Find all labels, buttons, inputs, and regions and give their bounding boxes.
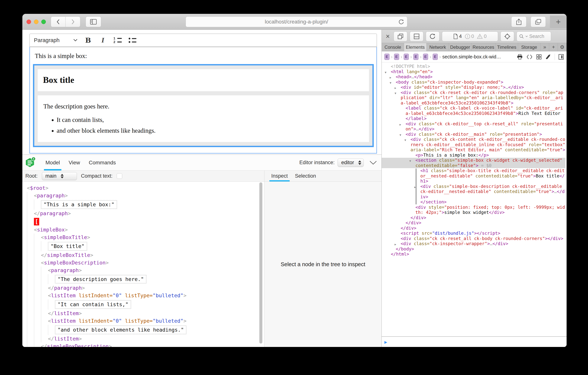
model-tree-line[interactable]: </simpleBoxDescription> (22, 342, 259, 347)
compact-text-checkbox[interactable] (117, 173, 122, 179)
console-prompt[interactable]: ▸ (382, 336, 567, 347)
italic-button[interactable]: I (99, 36, 107, 45)
inspector-side-tab-selection[interactable]: Selection (292, 171, 319, 181)
dom-tree-line[interactable]: </section> (382, 199, 566, 205)
model-tree-scrollbar[interactable] (259, 182, 262, 343)
numbered-list-button[interactable]: 1 2 (114, 36, 122, 45)
add-tab-button[interactable]: + (549, 43, 558, 51)
breadcrumb-element-badge[interactable]: E (404, 54, 409, 60)
simple-box-title-field[interactable]: Box title (38, 69, 369, 91)
model-tree-line[interactable]: </paragraph> (22, 284, 259, 292)
model-text-node[interactable]: "It can contain lists," (55, 300, 131, 309)
address-bar[interactable]: localhost/creating-a-plugin/ (186, 16, 407, 27)
dom-tree-line[interactable]: ▶<div id="editor" style="display: none;"… (382, 85, 566, 90)
model-tree-line[interactable]: </simpleBoxTitle> (22, 251, 259, 259)
model-tree-line[interactable]: <$root> (22, 184, 259, 192)
dom-tree-line[interactable]: ▼<div class="ck ck-content ck-editor__ed… (382, 137, 566, 153)
dom-tree-line[interactable]: ▼<body class="ck-inspector-body-expanded… (382, 80, 566, 85)
inspector-tab-model[interactable]: Model (43, 155, 63, 170)
dom-tree-line[interactable]: <p>This is a simple box:</p> (382, 153, 566, 158)
collapsed-arrow-icon[interactable]: ▶ (414, 185, 416, 190)
model-tree-line[interactable]: "It can contain lists," (22, 299, 259, 309)
sidebar-toggle-button[interactable] (86, 16, 101, 27)
dom-tree-line[interactable]: <label class="ck ck-label ck-voice-label… (382, 106, 566, 121)
expanded-arrow-icon[interactable]: ▼ (409, 158, 411, 164)
model-tree-line[interactable]: "and other block elements like headings.… (22, 325, 259, 335)
inspector-tab-view[interactable]: View (66, 155, 83, 170)
editor-editable-area[interactable]: This is a simple box: Box title The desc… (29, 47, 377, 154)
devtools-settings-button[interactable]: ⚙ (558, 43, 567, 51)
dom-tree-line[interactable]: ▼<html lang="en"> (382, 69, 566, 75)
dom-tree-line[interactable]: <div class="ck ck-reset_all ck-body ck-r… (382, 236, 566, 241)
details-sidebar-toggle-icon[interactable] (558, 54, 564, 60)
devtools-reload-button[interactable] (426, 32, 440, 41)
dom-tree-line[interactable]: ▶<div class="ck-inspector-wrapper">…</di… (382, 241, 566, 246)
editor-paragraph[interactable]: This is a simple box: (35, 53, 371, 60)
box-description-list-item[interactable]: It can contain lists, (57, 116, 363, 124)
close-window-button[interactable] (27, 20, 31, 24)
zoom-window-button[interactable] (41, 20, 46, 24)
back-button[interactable] (51, 16, 65, 27)
devtools-tab-console[interactable]: Console (382, 43, 404, 51)
bulleted-list-button[interactable] (128, 36, 136, 45)
model-tree-line[interactable]: <listItem listIndent="0" listType="bulle… (22, 317, 259, 325)
box-description-list-item[interactable]: and other block elements like headings. (57, 126, 363, 135)
dom-tree-line[interactable]: ▶<div class="simple-box-description ck-e… (382, 184, 566, 200)
model-tree-line[interactable]: <listItem listIndent="0" listType="bulle… (22, 292, 259, 299)
model-tree-line[interactable]: "The description goes here." (22, 274, 259, 284)
expanded-arrow-icon[interactable]: ▼ (404, 138, 406, 143)
inspector-side-tab-inspect[interactable]: Inspect (269, 171, 290, 181)
devtools-tab-elements[interactable]: Elements (404, 43, 426, 51)
share-button[interactable] (511, 16, 526, 27)
root-select[interactable]: main (42, 172, 77, 180)
devtools-search-field[interactable]: Search (517, 32, 551, 41)
bold-button[interactable]: B (84, 36, 92, 45)
dom-tree-line[interactable]: ▶<head>…</head> (382, 74, 566, 80)
breadcrumb-element-badge[interactable]: E (384, 54, 389, 60)
model-text-node[interactable]: "Box title" (48, 242, 87, 251)
dom-tree-line[interactable]: <!DOCTYPE html> (382, 64, 566, 69)
breadcrumb-element-badge[interactable]: E (413, 54, 419, 60)
dom-tree-line[interactable]: ▶<div class="ck ck-editor__top ck-reset_… (382, 121, 566, 132)
model-text-node[interactable]: "and other block elements like headings.… (55, 326, 186, 334)
inspector-tab-commands[interactable]: Commands (86, 155, 118, 170)
model-text-node[interactable]: "This is a simple box:" (41, 200, 117, 209)
devtools-tab-resources[interactable]: Resources (472, 43, 496, 51)
dom-tree-line[interactable]: </div> (382, 220, 566, 226)
element-picker-button[interactable] (501, 32, 514, 41)
new-tab-button[interactable]: + (550, 16, 567, 28)
expanded-arrow-icon[interactable]: ▼ (395, 91, 396, 96)
model-tree-line[interactable]: <simpleBox> (22, 226, 259, 233)
model-tree-line[interactable]: "This is a simple box:" (22, 199, 259, 210)
reload-button[interactable] (398, 19, 404, 25)
breadcrumb-element-badge[interactable]: E (433, 54, 438, 60)
dom-tree-line[interactable]: <h1 class="simple-box-title ck-editor__e… (382, 168, 566, 184)
dom-tree-line[interactable]: ▼<div class="ck ck-editor__main" role="p… (382, 132, 566, 137)
editor-instance-select[interactable]: editor (337, 158, 364, 167)
devtools-tab-timelines[interactable]: Timelines (495, 43, 518, 51)
dom-tree-line[interactable]: </div> (382, 215, 566, 221)
minimize-window-button[interactable] (34, 20, 38, 24)
breadcrumb-element-badge[interactable]: E (394, 54, 399, 60)
print-icon[interactable] (517, 54, 523, 60)
dom-tree-line[interactable]: <div style="position: fixed; top: 0px; l… (382, 205, 566, 215)
simple-box-widget[interactable]: Box title The description goes here. It … (33, 64, 374, 147)
code-brackets-icon[interactable] (526, 54, 533, 60)
devtools-close-button[interactable]: × (384, 33, 391, 40)
grid-icon[interactable] (536, 54, 542, 60)
breadcrumb-current[interactable]: section.simple-box.ck-wid… (442, 54, 501, 60)
dom-tree-line[interactable]: ▼<div class="ck ck-reset ck-editor ck-ro… (382, 90, 566, 106)
dock-bottom-button[interactable] (410, 32, 423, 41)
activity-viewer[interactable]: 4 0 0 (442, 32, 498, 41)
model-tree-line[interactable]: </listItem> (22, 335, 259, 342)
model-tree-line[interactable]: </listItem> (22, 309, 259, 317)
model-tree-line[interactable]: </paragraph> (22, 210, 259, 217)
model-tree-line[interactable]: "Box title" (22, 241, 259, 251)
tab-overflow-button[interactable]: » (540, 43, 549, 51)
tab-overview-button[interactable] (531, 16, 546, 27)
styles-brush-icon[interactable] (545, 54, 551, 60)
model-tree-line[interactable]: <paragraph> (22, 266, 259, 274)
dom-tree-line[interactable]: </div> (382, 226, 566, 231)
model-tree-line[interactable]: <simpleBoxTitle> (22, 233, 259, 241)
breadcrumb-element-badge[interactable]: E (423, 54, 428, 60)
